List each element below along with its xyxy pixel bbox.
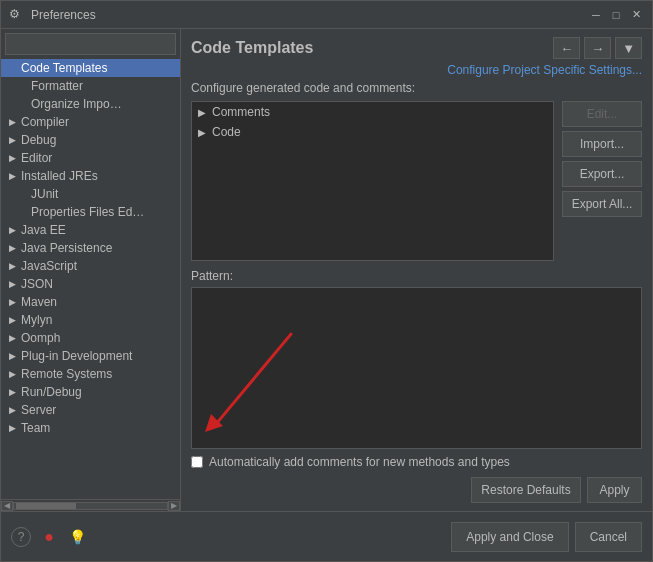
nav-back-button[interactable]: ←	[553, 37, 580, 59]
sidebar-item-mylyn[interactable]: ▶Mylyn	[1, 311, 180, 329]
sidebar-tree: Code TemplatesFormatterOrganize Impo…▶Co…	[1, 59, 180, 499]
svg-marker-1	[205, 414, 223, 432]
nav-buttons: ← → ▼	[553, 37, 642, 59]
sidebar-item-compiler[interactable]: ▶Compiler	[1, 113, 180, 131]
apply-small-button[interactable]: Apply	[587, 477, 642, 503]
panel-title: Code Templates	[191, 39, 313, 57]
restore-apply-row: Restore Defaults Apply	[191, 477, 642, 503]
window-icon: ⚙	[9, 7, 25, 23]
bottom-left: ? ● 💡	[11, 527, 87, 547]
sidebar-item-formatter[interactable]: Formatter	[1, 77, 180, 95]
auto-comments-checkbox[interactable]	[191, 456, 203, 468]
sidebar-item-java-persistence[interactable]: ▶Java Persistence	[1, 239, 180, 257]
edit-button[interactable]: Edit...	[562, 101, 642, 127]
sidebar-item-installed-jres[interactable]: ▶Installed JREs	[1, 167, 180, 185]
h-scroll-track	[13, 502, 168, 510]
main-content: Code TemplatesFormatterOrganize Impo…▶Co…	[1, 29, 652, 511]
scroll-left-button[interactable]: ◀	[1, 501, 13, 511]
template-buttons: Edit... Import... Export... Export All..…	[562, 101, 642, 261]
bottom-right: Apply and Close Cancel	[451, 522, 642, 552]
sidebar-item-organize-impo-[interactable]: Organize Impo…	[1, 95, 180, 113]
auto-comments-label: Automatically add comments for new metho…	[209, 455, 510, 469]
preferences-window: ⚙ Preferences ─ □ ✕ Code TemplatesFormat…	[0, 0, 653, 562]
maximize-button[interactable]: □	[608, 7, 624, 23]
sidebar-item-server[interactable]: ▶Server	[1, 401, 180, 419]
template-item-comments[interactable]: ▶Comments	[192, 102, 553, 122]
right-panel: Code Templates ← → ▼ Configure Project S…	[181, 29, 652, 511]
title-bar: ⚙ Preferences ─ □ ✕	[1, 1, 652, 29]
restore-defaults-button[interactable]: Restore Defaults	[471, 477, 581, 503]
sidebar-item-run-debug[interactable]: ▶Run/Debug	[1, 383, 180, 401]
sidebar: Code TemplatesFormatterOrganize Impo…▶Co…	[1, 29, 181, 511]
sidebar-search-input[interactable]	[5, 33, 176, 55]
red-arrow-decoration	[202, 298, 642, 449]
sidebar-item-plug-in-development[interactable]: ▶Plug-in Development	[1, 347, 180, 365]
configure-text: Configure generated code and comments:	[191, 81, 642, 95]
h-scroll-thumb[interactable]	[16, 503, 76, 509]
bottom-bar: ? ● 💡 Apply and Close Cancel	[1, 511, 652, 561]
templates-tree: ▶Comments▶Code	[191, 101, 554, 261]
sidebar-scroll-bar[interactable]: ◀ ▶	[1, 499, 180, 511]
help-icon[interactable]: ?	[11, 527, 31, 547]
panel-header: Code Templates ← → ▼	[191, 37, 642, 59]
sidebar-item-junit[interactable]: JUnit	[1, 185, 180, 203]
sidebar-item-javascript[interactable]: ▶JavaScript	[1, 257, 180, 275]
export-button[interactable]: Export...	[562, 161, 642, 187]
sidebar-item-code-templates[interactable]: Code Templates	[1, 59, 180, 77]
scroll-right-button[interactable]: ▶	[168, 501, 180, 511]
record-icon[interactable]: ●	[39, 527, 59, 547]
nav-forward-button[interactable]: →	[584, 37, 611, 59]
sidebar-item-java-ee[interactable]: ▶Java EE	[1, 221, 180, 239]
sidebar-item-json[interactable]: ▶JSON	[1, 275, 180, 293]
import-button[interactable]: Import...	[562, 131, 642, 157]
sidebar-item-debug[interactable]: ▶Debug	[1, 131, 180, 149]
sidebar-item-maven[interactable]: ▶Maven	[1, 293, 180, 311]
export-all-button[interactable]: Export All...	[562, 191, 642, 217]
window-title: Preferences	[31, 8, 96, 22]
nav-dropdown-button[interactable]: ▼	[615, 37, 642, 59]
lightbulb-icon[interactable]: 💡	[67, 527, 87, 547]
pattern-label: Pattern:	[191, 269, 642, 283]
configure-link[interactable]: Configure Project Specific Settings...	[191, 63, 642, 77]
apply-and-close-button[interactable]: Apply and Close	[451, 522, 568, 552]
template-item-code[interactable]: ▶Code	[192, 122, 553, 142]
sidebar-item-oomph[interactable]: ▶Oomph	[1, 329, 180, 347]
sidebar-item-team[interactable]: ▶Team	[1, 419, 180, 437]
cancel-button[interactable]: Cancel	[575, 522, 642, 552]
templates-area: ▶Comments▶Code Edit... Import... Export.…	[191, 101, 642, 261]
pattern-area	[191, 287, 642, 449]
svg-line-0	[217, 333, 292, 423]
sidebar-item-editor[interactable]: ▶Editor	[1, 149, 180, 167]
title-controls: ─ □ ✕	[588, 7, 644, 23]
minimize-button[interactable]: ─	[588, 7, 604, 23]
checkbox-row: Automatically add comments for new metho…	[191, 455, 642, 469]
sidebar-item-properties-files-ed-[interactable]: Properties Files Ed…	[1, 203, 180, 221]
title-bar-left: ⚙ Preferences	[9, 7, 96, 23]
close-button[interactable]: ✕	[628, 7, 644, 23]
sidebar-item-remote-systems[interactable]: ▶Remote Systems	[1, 365, 180, 383]
